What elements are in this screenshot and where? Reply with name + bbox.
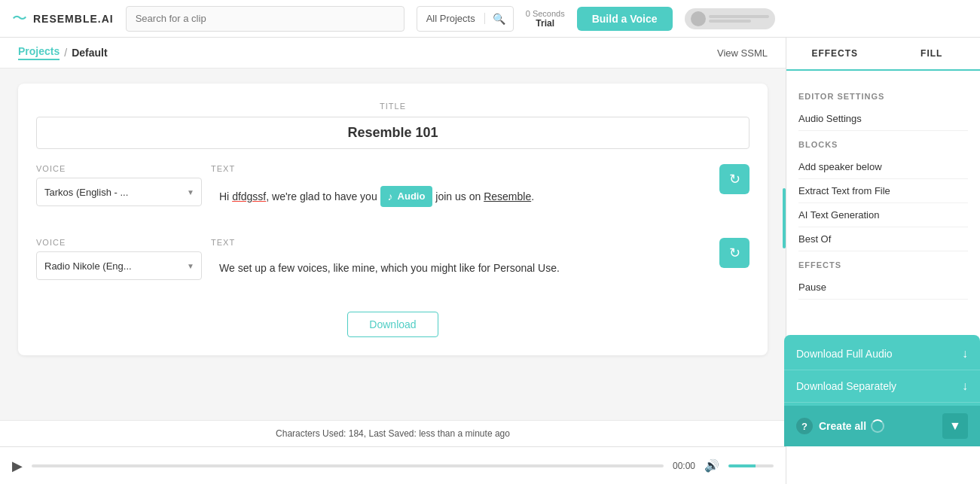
editor-settings-title: EDITOR SETTINGS xyxy=(798,92,968,101)
download-button[interactable]: Download xyxy=(347,312,438,337)
breadcrumb-bar: Projects / Default View SSML xyxy=(0,38,786,68)
dropdown-chevron[interactable]: ▼ xyxy=(942,413,968,439)
tab-effects[interactable]: EFFECTS xyxy=(786,38,884,69)
voice-1-section: VOICE Tarkos (English - ... xyxy=(36,164,202,206)
download-dropdown: Download Full Audio ↓ Download Separatel… xyxy=(784,335,980,446)
text-2-section: TEXT We set up a few voices, like mine, … xyxy=(211,238,710,297)
text-1-content[interactable]: Hi dfdgssf, we're glad to have you ♪ Aud… xyxy=(211,178,710,223)
build-voice-button[interactable]: Build a Voice xyxy=(577,7,673,31)
text-2-content[interactable]: We set up a few voices, like mine, which… xyxy=(211,251,710,297)
breadcrumb-projects[interactable]: Projects xyxy=(18,45,60,60)
trial-area: 0 Seconds Trial xyxy=(526,9,565,29)
blocks-title: BLOCKS xyxy=(798,140,968,149)
download-area: Download xyxy=(36,312,750,337)
title-input[interactable] xyxy=(36,117,750,149)
volume-slider[interactable] xyxy=(728,464,774,467)
resemble-link[interactable]: Resemble xyxy=(484,190,531,202)
voice-2-label: VOICE xyxy=(36,238,202,247)
block-2: VOICE Radio Nikole (Eng... TEXT We set u… xyxy=(36,238,750,297)
text-2-label: TEXT xyxy=(211,238,710,247)
help-icon[interactable]: ? xyxy=(796,418,813,434)
download-full-audio-icon: ↓ xyxy=(962,347,968,361)
sidebar-tabs: EFFECTS FILL xyxy=(786,38,980,71)
player-bar: ▶ 00:00 🔊 xyxy=(0,446,786,484)
loading-spinner xyxy=(871,419,884,433)
text-1-label: TEXT xyxy=(211,164,710,173)
music-icon: ♪ xyxy=(388,188,393,205)
search-icon[interactable]: 🔍 xyxy=(485,13,513,25)
download-full-audio-item[interactable]: Download Full Audio ↓ xyxy=(784,338,980,370)
block-2-row: VOICE Radio Nikole (Eng... TEXT We set u… xyxy=(36,238,750,297)
chars-bar: Characters Used: 184, Last Saved: less t… xyxy=(0,420,786,446)
underline-text-1: dfdgssf xyxy=(232,190,266,202)
download-separately-label: Download Separately xyxy=(796,380,896,392)
tab-fill[interactable]: FILL xyxy=(884,38,981,69)
search-input[interactable] xyxy=(126,6,405,32)
sidebar-pause[interactable]: Pause xyxy=(798,275,968,300)
block-1: VOICE Tarkos (English - ... TEXT Hi dfdg… xyxy=(36,164,750,223)
voice-1-wrapper: Tarkos (English - ... xyxy=(36,178,202,206)
project-filter-label: All Projects xyxy=(417,13,485,24)
effects-title: EFFECTS xyxy=(798,260,968,269)
voice-1-select[interactable]: Tarkos (English - ... xyxy=(36,178,202,206)
sidebar-ai-text-gen[interactable]: AI Text Generation xyxy=(798,203,968,227)
editor-area: TITLE VOICE Tarkos (English - ... xyxy=(0,68,786,420)
title-label: TITLE xyxy=(36,102,750,111)
user-avatar xyxy=(685,8,775,29)
sidebar-extract-text[interactable]: Extract Text from File xyxy=(798,179,968,203)
refresh-btn-1[interactable]: ↻ xyxy=(719,164,750,194)
avatar-dot xyxy=(691,11,706,26)
logo: 〜 RESEMBLE.AI xyxy=(12,8,114,29)
trial-label: Trial xyxy=(536,18,554,29)
download-full-audio-label: Download Full Audio xyxy=(796,348,893,360)
refresh-btn-2[interactable]: ↻ xyxy=(719,238,750,268)
progress-track[interactable] xyxy=(32,464,664,467)
breadcrumb-separator: / xyxy=(64,47,67,59)
voice-2-section: VOICE Radio Nikole (Eng... xyxy=(36,238,202,280)
avatar-lines xyxy=(709,14,769,24)
content-area: Projects / Default View SSML TITLE VOICE xyxy=(0,38,786,484)
voice-1-label: VOICE xyxy=(36,164,202,173)
download-separately-item[interactable]: Download Separately ↓ xyxy=(784,370,980,403)
trial-seconds: 0 Seconds xyxy=(526,9,565,18)
audio-chip-label: Audio xyxy=(398,189,426,205)
block-1-row: VOICE Tarkos (English - ... TEXT Hi dfdg… xyxy=(36,164,750,223)
editor-card: TITLE VOICE Tarkos (English - ... xyxy=(18,84,768,355)
time-display: 00:00 xyxy=(673,461,695,471)
header: 〜 RESEMBLE.AI All Projects 🔍 0 Seconds T… xyxy=(0,0,980,38)
view-ssml-button[interactable]: View SSML xyxy=(717,47,768,59)
volume-icon[interactable]: 🔊 xyxy=(704,458,719,473)
logo-text: RESEMBLE.AI xyxy=(33,13,114,25)
download-footer: ? Create all ▼ xyxy=(784,406,980,446)
sidebar-add-speaker[interactable]: Add speaker below xyxy=(798,155,968,179)
play-button[interactable]: ▶ xyxy=(12,458,23,474)
download-items: Download Full Audio ↓ Download Separatel… xyxy=(784,335,980,406)
text-1-section: TEXT Hi dfdgssf, we're glad to have you … xyxy=(211,164,710,223)
chevron-down-icon: ▼ xyxy=(949,419,961,433)
sidebar-best-of[interactable]: Best Of xyxy=(798,227,968,251)
project-filter[interactable]: All Projects 🔍 xyxy=(417,6,514,32)
voice-2-select[interactable]: Radio Nikole (Eng... xyxy=(36,251,202,280)
audio-chip[interactable]: ♪ Audio xyxy=(380,186,433,207)
sidebar-audio-settings[interactable]: Audio Settings xyxy=(798,107,968,131)
breadcrumb-current: Default xyxy=(72,47,107,59)
create-all-label[interactable]: Create all xyxy=(819,419,936,433)
voice-2-wrapper: Radio Nikole (Eng... xyxy=(36,251,202,280)
download-separately-icon: ↓ xyxy=(962,379,968,393)
breadcrumb: Projects / Default xyxy=(18,45,108,60)
waveform-icon: 〜 xyxy=(12,8,27,29)
